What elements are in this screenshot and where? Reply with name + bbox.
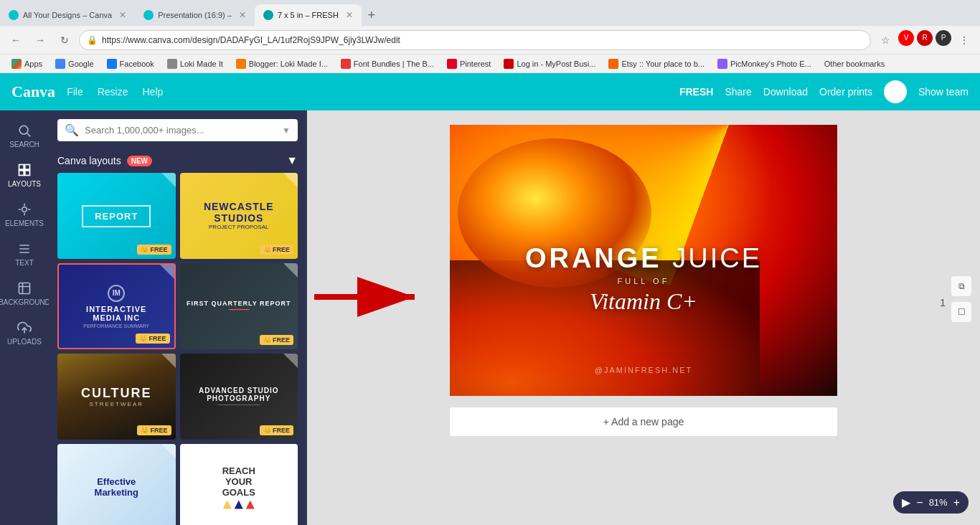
extension-icon-2[interactable]: R	[917, 30, 933, 46]
secure-icon: 🔒	[87, 35, 98, 45]
fresh-btn[interactable]: FRESH	[679, 86, 713, 98]
address-bar[interactable]: 🔒 https://www.canva.com/design/DADAFyGI_…	[79, 30, 871, 50]
elements-icon	[17, 202, 32, 217]
google-icon	[55, 59, 65, 69]
bookmark-other[interactable]: Other bookmarks	[819, 58, 890, 70]
duplicate-page-btn[interactable]: ⧉	[951, 276, 971, 296]
canvas-image[interactable]: ORANGE JUICE FULL OF Vitamin C+ @JAMINFR…	[450, 125, 837, 396]
advanced-title: ADVANCED STUDIOPHOTOGRAPHY	[199, 387, 278, 402]
order-prints-btn[interactable]: Order prints	[819, 86, 872, 98]
toggle-btn[interactable]: ☐	[951, 302, 971, 322]
show-team-btn[interactable]: Show team	[918, 86, 969, 98]
fontbundles-icon	[341, 59, 351, 69]
search-input[interactable]	[85, 125, 276, 136]
layout-card-report[interactable]: REPORT 👑 FREE	[57, 173, 176, 259]
refresh-button[interactable]: ↻	[55, 30, 75, 50]
layout-card-quarterly[interactable]: FIRST QUARTERLY REPORT ━━━━━━━ 👑 FREE	[180, 263, 298, 349]
star-icon[interactable]: ☆	[875, 30, 895, 50]
sidebar-item-uploads[interactable]: UPLOADS	[0, 315, 49, 351]
sidebar-item-background[interactable]: BACKGROUND	[0, 275, 49, 312]
menu-icon[interactable]: ⋮	[954, 30, 974, 50]
search-magnifier-icon: 🔍	[65, 123, 79, 137]
bookmark-pinterest-label: Pinterest	[460, 60, 491, 68]
canva-logo[interactable]: Canva	[11, 82, 55, 101]
loki-icon	[167, 59, 177, 69]
bookmark-loki[interactable]: Loki Made It	[161, 57, 229, 70]
tab-3[interactable]: 7 x 5 in – FRESH ✕	[255, 4, 362, 26]
layouts-header: Canva layouts NEW ▼	[49, 150, 306, 173]
tab-2[interactable]: Presentation (16:9) – ✕	[135, 4, 255, 26]
tab-2-favicon	[143, 10, 154, 20]
header-nav: File Resize Help	[67, 86, 163, 98]
bookmark-pinterest[interactable]: Pinterest	[441, 57, 496, 70]
layout-card-interactive[interactable]: IM INTERACTIVEMEDIA INC PERFORMANCE SUMM…	[57, 263, 176, 349]
bookmark-facebook-label: Facebook	[120, 60, 154, 68]
share-btn[interactable]: Share	[725, 86, 751, 98]
present-icon[interactable]: ▶	[902, 496, 910, 509]
layout-card-advanced[interactable]: ADVANCED STUDIOPHOTOGRAPHY ──────────── …	[180, 354, 298, 440]
app-header: Canva File Resize Help FRESH Share Downl…	[0, 73, 980, 110]
back-button[interactable]: ←	[6, 30, 26, 50]
extension-icon-1[interactable]: V	[898, 30, 914, 46]
tab-1-close[interactable]: ✕	[119, 10, 126, 20]
tab-1[interactable]: All Your Designs – Canva ✕	[0, 4, 135, 26]
layouts-expand-arrow[interactable]: ▼	[286, 154, 298, 167]
bookmark-google[interactable]: Google	[50, 57, 99, 70]
extension-icon-3[interactable]: P	[936, 30, 951, 46]
free-label-newcastle: FREE	[273, 246, 290, 253]
tab-3-close[interactable]: ✕	[346, 10, 353, 20]
bookmark-apps[interactable]: Apps	[6, 57, 48, 70]
bookmark-fontbundles[interactable]: Font Bundles | The B...	[335, 57, 440, 70]
bookmark-etsy[interactable]: Etsy :: Your place to b...	[603, 57, 710, 70]
free-badge-quarterly: 👑 FREE	[260, 335, 293, 345]
uploads-icon	[17, 321, 32, 335]
layout-card-effective[interactable]: EffectiveMarketing	[57, 444, 176, 525]
bookmark-blogger-label: Blogger: Loki Made I...	[249, 60, 328, 68]
interactive-circle: IM	[108, 285, 125, 302]
crown-icon-interactive: 👑	[139, 335, 147, 342]
bookmark-blogger[interactable]: Blogger: Loki Made I...	[230, 57, 334, 70]
bookmark-picmonkey-label: PicMonkey's Photo E...	[730, 60, 811, 68]
forward-button[interactable]: →	[30, 30, 50, 50]
search-icon	[17, 123, 32, 138]
apps-icon	[11, 59, 22, 69]
layout-card-reach[interactable]: reachyourgoals	[180, 444, 298, 525]
sidebar-item-text[interactable]: TEXT	[0, 236, 49, 273]
zoom-out-btn[interactable]: −	[916, 496, 923, 509]
panel-search: 🔍 ▼	[49, 110, 306, 150]
crown-icon-advanced: 👑	[263, 427, 271, 434]
layout-card-culture[interactable]: CULTURE STREETWEAR 👑 FREE	[57, 354, 176, 440]
bookmark-apps-label: Apps	[24, 60, 42, 68]
bookmark-facebook[interactable]: Facebook	[101, 57, 160, 70]
search-input-wrap[interactable]: 🔍 ▼	[57, 119, 298, 141]
free-badge-interactive: 👑 FREE	[136, 334, 169, 344]
free-badge-newcastle: 👑 FREE	[260, 245, 293, 255]
canvas-title-bold: ORANGE	[525, 243, 662, 273]
canva-app: Canva File Resize Help FRESH Share Downl…	[0, 73, 980, 525]
sidebar-item-search[interactable]: SEARCH	[0, 118, 49, 154]
zoom-in-btn[interactable]: +	[953, 496, 960, 509]
resize-menu[interactable]: Resize	[98, 86, 128, 98]
new-tab-button[interactable]: +	[362, 5, 382, 25]
file-menu[interactable]: File	[67, 86, 83, 98]
sidebar-item-layouts[interactable]: LAYOUTS	[0, 157, 49, 194]
bookmark-mypost[interactable]: Log in - MyPost Busi...	[498, 57, 601, 70]
user-avatar[interactable]	[884, 80, 907, 103]
layouts-label: Canva layouts	[57, 155, 121, 166]
search-dropdown-arrow[interactable]: ▼	[282, 126, 291, 136]
help-menu[interactable]: Help	[142, 86, 163, 98]
tab-3-label: 7 x 5 in – FRESH	[278, 11, 339, 19]
add-page-button[interactable]: + Add a new page	[450, 407, 837, 436]
sidebar-item-elements[interactable]: ELEMENTS	[0, 197, 49, 233]
layouts-panel: 🔍 ▼ Canva layouts NEW ▼ REPORT	[49, 110, 307, 525]
download-btn[interactable]: Download	[763, 86, 808, 98]
pinterest-icon	[447, 59, 457, 69]
bookmark-google-label: Google	[68, 60, 93, 68]
address-text: https://www.canva.com/design/DADAFyGI_LA…	[102, 35, 400, 45]
bookmark-picmonkey[interactable]: PicMonkey's Photo E...	[712, 57, 817, 70]
tab-3-favicon	[263, 10, 273, 20]
zoom-controls: ▶ − 81% +	[893, 491, 969, 514]
tab-2-close[interactable]: ✕	[239, 10, 246, 20]
layout-card-newcastle[interactable]: NEWCASTLESTUDIOS PROJECT PROPOSAL 👑 FREE	[180, 173, 298, 259]
card-inner-effective: EffectiveMarketing	[57, 444, 176, 525]
